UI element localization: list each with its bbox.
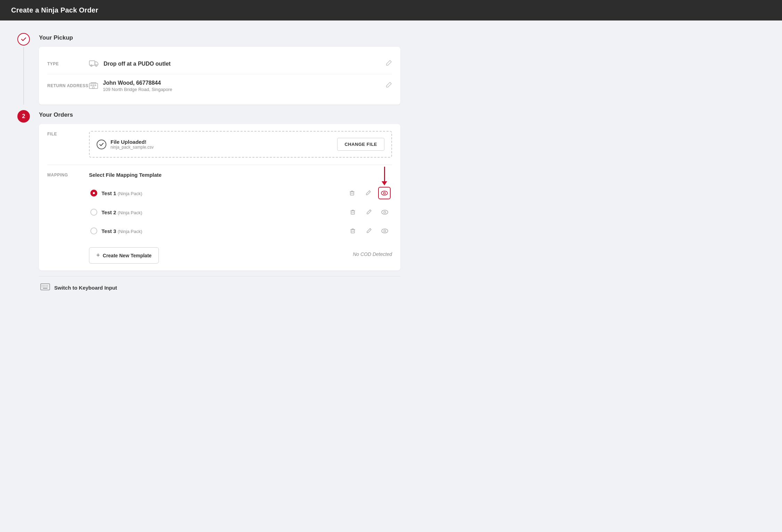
template2-delete-icon[interactable] (347, 206, 359, 218)
keyboard-label[interactable]: Switch to Keyboard Input (54, 285, 117, 291)
type-label: TYPE (47, 61, 89, 66)
return-address-edit-icon[interactable] (385, 82, 392, 90)
create-template-button[interactable]: + Create New Template (89, 247, 159, 264)
return-address-label: RETURN ADDRESS (47, 83, 89, 88)
svg-point-21 (382, 229, 388, 233)
page-header: Create a Ninja Pack Order (0, 0, 782, 20)
svg-point-2 (96, 65, 97, 66)
template1-delete-icon[interactable] (346, 187, 358, 199)
step2-number-icon: 2 (17, 110, 30, 123)
template3-radio[interactable] (90, 227, 97, 234)
template1-edit-icon[interactable] (362, 187, 374, 199)
keyboard-section: Switch to Keyboard Input (39, 283, 400, 292)
template3-tag: (Ninja Pack) (117, 229, 142, 234)
mapping-label: MAPPING (47, 172, 89, 264)
template-item: Test 2 (Ninja Pack) (89, 203, 392, 222)
orders-card: FILE File Uploaded! (39, 124, 400, 271)
svg-point-17 (384, 211, 386, 213)
template1-tag: (Ninja Pack) (117, 191, 142, 196)
type-value: Drop off at a PUDO outlet (104, 61, 380, 67)
svg-point-16 (382, 210, 388, 214)
template1-radio[interactable] (90, 190, 97, 197)
truck-icon (89, 59, 99, 68)
svg-point-12 (383, 192, 385, 194)
keyboard-icon (40, 283, 50, 292)
template2-tag: (Ninja Pack) (117, 210, 142, 215)
svg-point-1 (91, 65, 92, 66)
svg-rect-4 (91, 85, 92, 86)
step1-title: Your Pickup (39, 34, 400, 41)
file-upload-box: File Uploaded! ninja_pack_sample.csv CHA… (89, 131, 392, 158)
step2-title: Your Orders (39, 111, 400, 118)
file-name: ninja_pack_sample.csv (111, 145, 154, 150)
file-uploaded-text: File Uploaded! (111, 139, 154, 145)
svg-rect-18 (351, 230, 355, 233)
svg-rect-0 (89, 61, 95, 65)
step-connector-line (23, 47, 24, 105)
change-file-button[interactable]: CHANGE FILE (337, 138, 384, 151)
svg-rect-6 (95, 85, 96, 86)
file-label: FILE (47, 131, 89, 158)
svg-rect-8 (350, 192, 354, 195)
plus-icon: + (96, 252, 100, 259)
template2-view-icon[interactable] (379, 206, 391, 218)
building-icon (89, 82, 98, 91)
svg-point-22 (384, 230, 386, 232)
template-item: Test 3 (Ninja Pack) (89, 222, 392, 240)
no-cod-text: No COD Detected (353, 251, 392, 257)
section-divider (39, 276, 400, 276)
step1-check-icon (17, 33, 30, 45)
file-check-icon (97, 140, 106, 149)
template2-name: Test 2 (Ninja Pack) (101, 209, 343, 215)
template3-view-icon[interactable] (379, 225, 391, 237)
template-item: Test 1 (Ninja Pack) (89, 183, 392, 203)
svg-rect-5 (93, 85, 94, 86)
template3-name: Test 3 (Ninja Pack) (101, 228, 343, 234)
mapping-title: Select File Mapping Template (89, 172, 392, 178)
template2-radio[interactable] (90, 209, 97, 216)
template3-delete-icon[interactable] (347, 225, 359, 237)
page-title: Create a Ninja Pack Order (11, 6, 98, 14)
return-name: John Wood, 66778844 (103, 80, 380, 86)
pickup-card: TYPE Drop off at a PUDO outlet (39, 47, 400, 105)
template1-view-icon[interactable] (378, 187, 391, 199)
return-address: 109 North Bridge Road, Singapore (103, 87, 380, 92)
template1-name: Test 1 (Ninja Pack) (101, 190, 342, 196)
svg-rect-13 (351, 211, 355, 214)
type-edit-icon[interactable] (385, 60, 392, 68)
template2-edit-icon[interactable] (363, 206, 375, 218)
svg-point-11 (381, 191, 388, 195)
template3-edit-icon[interactable] (363, 225, 375, 237)
